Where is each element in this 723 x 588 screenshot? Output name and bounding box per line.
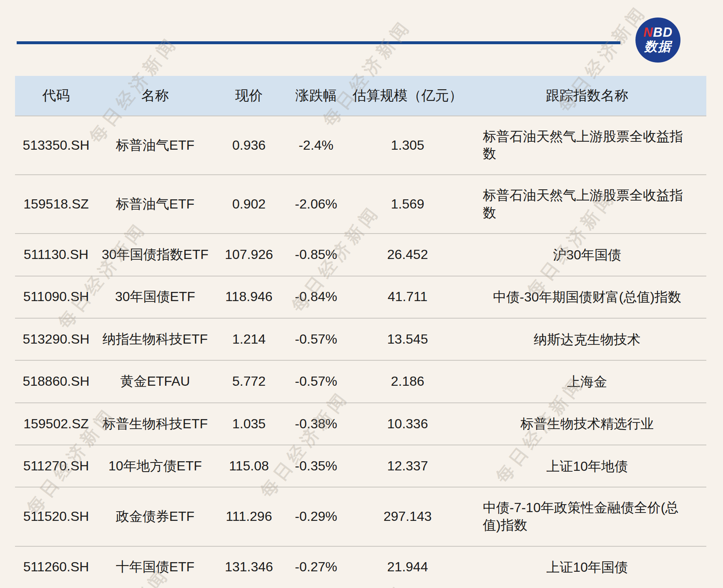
index-name-text: 标普石油天然气上游股票全收益指数 — [483, 128, 691, 163]
header-row: 代码名称现价涨跌幅估算规模（亿元）跟踪指数名称 — [15, 76, 706, 116]
column-header-index: 跟踪指数名称 — [468, 76, 706, 116]
index-name-text: 沪30年国债 — [553, 246, 621, 264]
cell-index: 标普生物技术精选行业 — [468, 403, 706, 445]
index-name-text: 中债-7-10年政策性金融债全价(总值)指数 — [483, 499, 691, 534]
cell-index: 中债-7-10年政策性金融债全价(总值)指数 — [468, 487, 706, 546]
cell-change: -2.4% — [285, 116, 347, 175]
cell-code: 159518.SZ — [15, 175, 97, 234]
cell-name: 标普油气ETF — [97, 116, 213, 175]
cell-code: 159502.SZ — [15, 403, 97, 445]
cell-name: 标普油气ETF — [97, 175, 213, 234]
cell-scale: 12.337 — [347, 445, 468, 487]
index-name-text: 上海金 — [567, 373, 607, 391]
cell-index: 标普石油天然气上游股票全收益指数 — [468, 116, 706, 175]
cell-code: 511260.SH — [15, 546, 97, 588]
index-name-text: 标普石油天然气上游股票全收益指数 — [483, 187, 691, 221]
header-divider-line — [17, 41, 620, 44]
cell-price: 107.926 — [213, 234, 285, 276]
column-header-change: 涨跌幅 — [285, 76, 347, 116]
index-name-text: 纳斯达克生物技术 — [534, 331, 640, 349]
etf-table: 代码名称现价涨跌幅估算规模（亿元）跟踪指数名称 513350.SH标普油气ETF… — [15, 76, 706, 588]
nbd-logo-text: NBD — [643, 26, 673, 40]
cell-scale: 10.336 — [347, 403, 468, 445]
cell-price: 1.035 — [213, 403, 285, 445]
cell-code: 511090.SH — [15, 276, 97, 318]
nbd-logo-letters-bd: BD — [653, 25, 673, 40]
table-body: 513350.SH标普油气ETF0.936-2.4%1.305标普石油天然气上游… — [15, 116, 706, 588]
cell-name: 政金债券ETF — [97, 487, 213, 546]
column-header-scale: 估算规模（亿元） — [347, 76, 468, 116]
cell-code: 513350.SH — [15, 116, 97, 175]
table-row: 511260.SH十年国债ETF131.346-0.27%21.944上证10年… — [15, 546, 706, 588]
cell-scale: 1.305 — [347, 116, 468, 175]
table-header: 代码名称现价涨跌幅估算规模（亿元）跟踪指数名称 — [15, 76, 706, 116]
cell-change: -0.84% — [285, 276, 347, 318]
column-header-name: 名称 — [97, 76, 213, 116]
table-row: 511520.SH政金债券ETF111.296-0.29%297.143中债-7… — [15, 487, 706, 546]
cell-price: 118.946 — [213, 276, 285, 318]
cell-name: 纳指生物科技ETF — [97, 318, 213, 360]
index-name-text: 上证10年地债 — [546, 458, 628, 475]
cell-index: 标普石油天然气上游股票全收益指数 — [468, 175, 706, 234]
table-row: 511130.SH30年国债指数ETF107.926-0.85%26.452沪3… — [15, 234, 706, 276]
cell-index: 中债-30年期国债财富(总值)指数 — [468, 276, 706, 318]
cell-code: 511130.SH — [15, 234, 97, 276]
table-row: 159518.SZ标普油气ETF0.902-2.06%1.569标普石油天然气上… — [15, 175, 706, 234]
cell-name: 30年国债指数ETF — [97, 234, 213, 276]
cell-scale: 26.452 — [347, 234, 468, 276]
cell-scale: 297.143 — [347, 487, 468, 546]
index-name-text: 标普生物技术精选行业 — [520, 415, 654, 433]
cell-scale: 41.711 — [347, 276, 468, 318]
cell-code: 518860.SH — [15, 360, 97, 402]
table-row: 159502.SZ标普生物科技ETF1.035-0.38%10.336标普生物技… — [15, 403, 706, 445]
cell-price: 115.08 — [213, 445, 285, 487]
cell-scale: 21.944 — [347, 546, 468, 588]
cell-index: 沪30年国债 — [468, 234, 706, 276]
cell-price: 0.936 — [213, 116, 285, 175]
cell-name: 10年地方债ETF — [97, 445, 213, 487]
cell-change: -0.27% — [285, 546, 347, 588]
cell-scale: 2.186 — [347, 360, 468, 402]
cell-index: 上海金 — [468, 360, 706, 402]
cell-name: 十年国债ETF — [97, 546, 213, 588]
cell-price: 131.346 — [213, 546, 285, 588]
table-row: 518860.SH黄金ETFAU5.772-0.57%2.186上海金 — [15, 360, 706, 402]
nbd-logo-subtitle: 数据 — [644, 39, 672, 54]
cell-change: -0.57% — [285, 360, 347, 402]
cell-price: 0.902 — [213, 175, 285, 234]
cell-price: 111.296 — [213, 487, 285, 546]
cell-price: 1.214 — [213, 318, 285, 360]
column-header-price: 现价 — [213, 76, 285, 116]
cell-change: -0.35% — [285, 445, 347, 487]
cell-name: 30年国债ETF — [97, 276, 213, 318]
cell-name: 标普生物科技ETF — [97, 403, 213, 445]
cell-change: -0.85% — [285, 234, 347, 276]
cell-code: 513290.SH — [15, 318, 97, 360]
table-row: 513290.SH纳指生物科技ETF1.214-0.57%13.545纳斯达克生… — [15, 318, 706, 360]
table-row: 511270.SH10年地方债ETF115.08-0.35%12.337上证10… — [15, 445, 706, 487]
table-row: 513350.SH标普油气ETF0.936-2.4%1.305标普石油天然气上游… — [15, 116, 706, 175]
cell-index: 上证10年地债 — [468, 445, 706, 487]
page: { "brand": { "logo_line1_red": "N", "log… — [0, 0, 723, 588]
cell-scale: 13.545 — [347, 318, 468, 360]
cell-code: 511270.SH — [15, 445, 97, 487]
index-name-text: 中债-30年期国债财富(总值)指数 — [493, 289, 681, 306]
column-header-code: 代码 — [15, 76, 97, 116]
cell-scale: 1.569 — [347, 175, 468, 234]
cell-change: -0.29% — [285, 487, 347, 546]
nbd-logo-letter-n: N — [643, 25, 653, 40]
cell-name: 黄金ETFAU — [97, 360, 213, 402]
cell-change: -0.57% — [285, 318, 347, 360]
cell-change: -0.38% — [285, 403, 347, 445]
cell-change: -2.06% — [285, 175, 347, 234]
table-row: 511090.SH30年国债ETF118.946-0.84%41.711中债-3… — [15, 276, 706, 318]
nbd-logo: NBD 数据 — [635, 18, 680, 63]
cell-code: 511520.SH — [15, 487, 97, 546]
cell-index: 纳斯达克生物技术 — [468, 318, 706, 360]
cell-price: 5.772 — [213, 360, 285, 402]
index-name-text: 上证10年国债 — [546, 559, 628, 576]
cell-index: 上证10年国债 — [468, 546, 706, 588]
